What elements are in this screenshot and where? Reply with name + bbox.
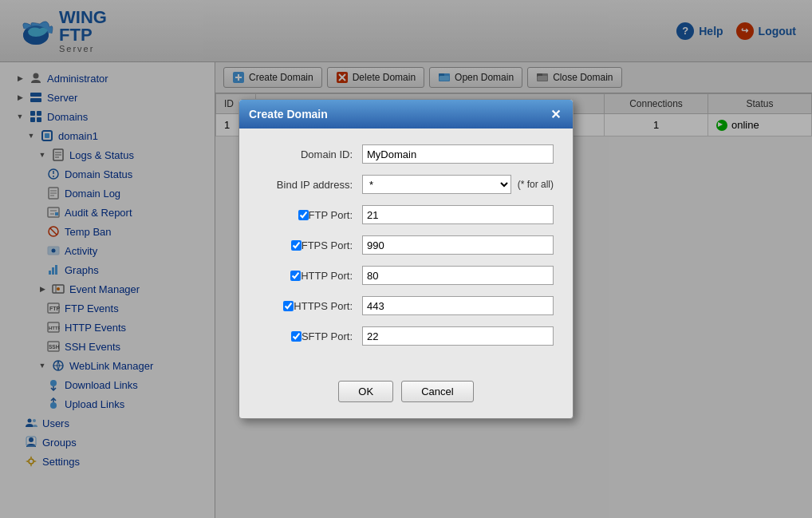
- dialog-title-text: Create Domain: [249, 108, 328, 121]
- bind-ip-container: * (* for all): [362, 175, 554, 194]
- domain-id-input[interactable]: [362, 144, 554, 164]
- dialog-close-button[interactable]: ✕: [547, 106, 563, 122]
- http-port-label: HTTP Port:: [301, 270, 353, 282]
- sftp-port-label-container: SFTP Port:: [258, 330, 362, 342]
- domain-id-label: Domain ID:: [258, 148, 362, 160]
- form-row-https-port: HTTPS Port:: [258, 296, 554, 315]
- form-row-ftp-port: FTP Port:: [258, 205, 554, 224]
- ftps-port-label: FTPS Port:: [302, 239, 353, 251]
- ok-button[interactable]: OK: [338, 381, 393, 402]
- https-port-label: HTTPS Port:: [294, 300, 353, 312]
- ftps-port-checkbox[interactable]: [291, 240, 302, 251]
- http-port-label-container: HTTP Port:: [258, 270, 362, 282]
- bind-ip-select[interactable]: *: [362, 175, 511, 194]
- ftp-port-label: FTP Port:: [309, 209, 353, 221]
- form-row-http-port: HTTP Port:: [258, 266, 554, 285]
- http-port-input[interactable]: [362, 266, 554, 285]
- ftp-port-checkbox[interactable]: [298, 210, 309, 220]
- ftps-port-label-container: FTPS Port:: [258, 239, 362, 251]
- https-port-checkbox[interactable]: [283, 301, 294, 311]
- http-port-checkbox[interactable]: [290, 271, 301, 281]
- form-row-ftps-port: FTPS Port:: [258, 235, 554, 255]
- ok-label: OK: [358, 386, 373, 397]
- https-port-input[interactable]: [362, 296, 554, 315]
- sftp-port-input[interactable]: [362, 326, 554, 346]
- dialog-footer: OK Cancel: [239, 373, 573, 418]
- ftp-port-input[interactable]: [362, 205, 554, 224]
- create-domain-dialog: Create Domain ✕ Domain ID: Bind IP addre…: [238, 99, 574, 419]
- sftp-port-checkbox[interactable]: [291, 331, 302, 342]
- sftp-port-label: SFTP Port:: [302, 330, 353, 342]
- form-row-sftp-port: SFTP Port:: [258, 326, 554, 346]
- bind-ip-label: Bind IP address:: [258, 179, 362, 191]
- dialog-overlay: Create Domain ✕ Domain ID: Bind IP addre…: [0, 0, 812, 518]
- dialog-title-bar: Create Domain ✕: [239, 100, 573, 129]
- dialog-body: Domain ID: Bind IP address: * (* for all…: [239, 129, 573, 373]
- form-row-bind-ip: Bind IP address: * (* for all): [258, 175, 554, 194]
- ftp-port-label-container: FTP Port:: [258, 209, 362, 221]
- https-port-label-container: HTTPS Port:: [258, 300, 362, 312]
- cancel-button[interactable]: Cancel: [401, 381, 473, 402]
- cancel-label: Cancel: [421, 386, 453, 397]
- form-row-domain-id: Domain ID:: [258, 144, 554, 164]
- bind-ip-hint: (* for all): [518, 179, 554, 190]
- ftps-port-input[interactable]: [362, 235, 554, 255]
